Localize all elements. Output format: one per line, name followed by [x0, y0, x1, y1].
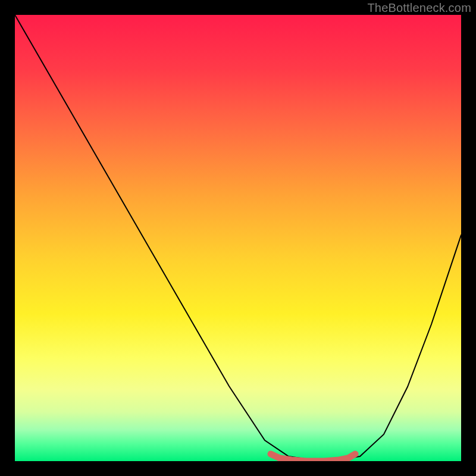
chart-svg [15, 15, 461, 461]
watermark-text: TheBottleneck.com [367, 1, 471, 15]
bottleneck-curve [15, 15, 461, 460]
optimal-range-curve [271, 454, 355, 461]
chart-frame: TheBottleneck.com [0, 0, 476, 476]
